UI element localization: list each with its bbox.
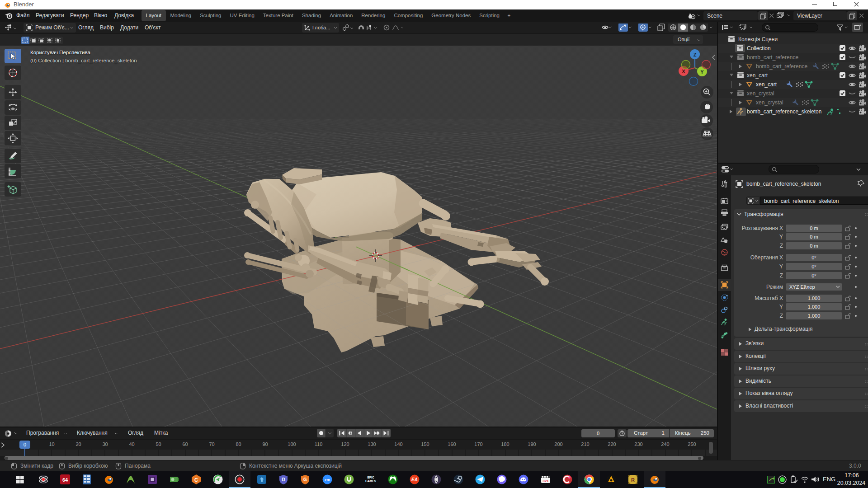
svg-text:Z: Z xyxy=(693,52,697,57)
svg-text:C: C xyxy=(194,477,198,483)
svg-text:D: D xyxy=(282,477,285,482)
svg-text:GAMES: GAMES xyxy=(365,479,376,483)
svg-text:64: 64 xyxy=(62,477,68,483)
svg-text:G: G xyxy=(303,477,307,482)
svg-text:EPIC: EPIC xyxy=(367,476,374,479)
svg-text:321: 321 xyxy=(542,479,549,483)
svg-text:R: R xyxy=(631,477,635,483)
svg-text:zm: zm xyxy=(325,478,330,482)
svg-text:EA: EA xyxy=(411,477,418,482)
svg-text:X: X xyxy=(682,69,685,74)
svg-text:Y: Y xyxy=(700,69,704,75)
